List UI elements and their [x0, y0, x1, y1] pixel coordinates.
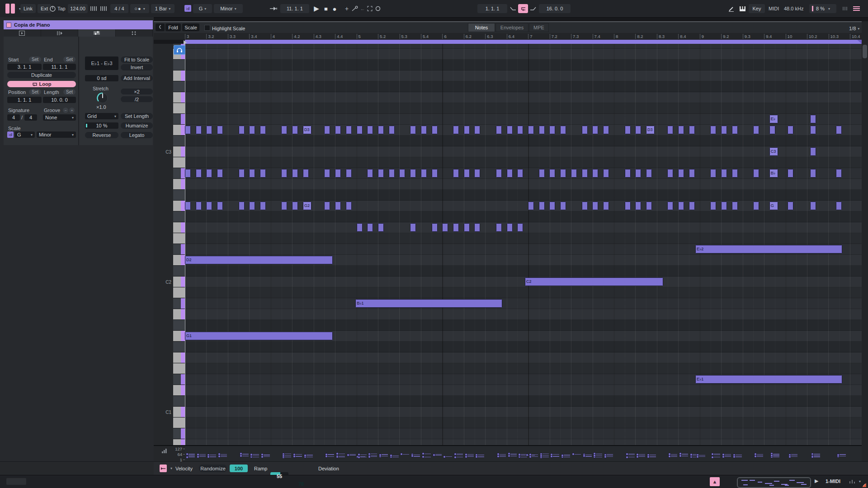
groove-select[interactable]: None▾ — [43, 114, 76, 121]
piano-key[interactable] — [173, 92, 185, 103]
piano-key[interactable] — [173, 363, 185, 374]
midi-note[interactable] — [249, 202, 255, 210]
clip-start-field[interactable]: 3. 1. 1 — [7, 64, 42, 70]
midi-note[interactable] — [732, 126, 738, 134]
midi-note[interactable] — [335, 169, 341, 178]
preview-play-icon[interactable]: ▶ — [815, 478, 818, 484]
midi-note[interactable] — [217, 202, 223, 210]
midi-note[interactable] — [474, 223, 480, 232]
insert-marker-triangle[interactable] — [184, 40, 187, 45]
midi-note[interactable] — [217, 126, 223, 134]
piano-key[interactable] — [173, 179, 185, 190]
midi-note[interactable] — [324, 169, 330, 178]
piano-key[interactable] — [173, 81, 185, 92]
loop-end-marker[interactable] — [857, 40, 862, 44]
lane-selector-icon[interactable] — [160, 465, 167, 472]
midi-note[interactable] — [582, 202, 588, 210]
clip-root-select[interactable]: G▾ — [15, 131, 35, 138]
midi-note[interactable] — [239, 126, 245, 134]
punch-out-icon[interactable] — [529, 4, 537, 13]
loop-button[interactable]: Loop — [7, 81, 76, 87]
ramp-end-field[interactable]: 78 — [291, 480, 311, 488]
midi-note[interactable] — [592, 126, 598, 134]
midi-note[interactable] — [410, 126, 416, 134]
piano-key[interactable] — [173, 190, 185, 201]
signature-numerator-field[interactable]: 4 — [7, 114, 20, 121]
piano-key[interactable] — [173, 385, 185, 396]
legato-button[interactable]: Legato — [121, 132, 153, 138]
midi-note[interactable] — [732, 169, 738, 178]
midi-note[interactable] — [560, 126, 566, 134]
session-record-icon[interactable] — [374, 4, 382, 13]
midi-note[interactable] — [206, 126, 212, 134]
piano-key[interactable] — [173, 439, 185, 445]
set-position-button[interactable]: Set — [29, 89, 41, 95]
midi-note[interactable] — [710, 202, 716, 210]
midi-note[interactable]: E♭2 — [695, 245, 842, 253]
scrollbar-handle[interactable] — [863, 45, 867, 58]
midi-note[interactable] — [249, 169, 255, 178]
follow-icon[interactable] — [269, 4, 278, 13]
midi-note[interactable] — [539, 169, 545, 178]
capture-midi-icon[interactable] — [366, 4, 373, 13]
midi-note[interactable] — [410, 169, 416, 178]
piano-key[interactable] — [173, 70, 185, 81]
midi-note[interactable] — [625, 169, 631, 178]
automation-arm-icon[interactable] — [351, 4, 359, 13]
midi-note[interactable] — [507, 223, 513, 232]
midi-note[interactable] — [528, 126, 534, 134]
midi-note[interactable] — [464, 169, 470, 178]
midi-note[interactable] — [206, 202, 212, 210]
set-start-button[interactable]: Set — [29, 56, 41, 62]
midi-note[interactable] — [281, 126, 287, 134]
duplicate-button[interactable]: Duplicate — [7, 72, 76, 78]
midi-note[interactable] — [324, 126, 330, 134]
lane-menu-caret-icon[interactable]: ▾ — [170, 465, 172, 472]
piano-key[interactable] — [173, 233, 185, 244]
apply-groove-icon[interactable]: + — [69, 108, 75, 113]
midi-note[interactable] — [507, 126, 513, 134]
grid-resolution-indicator[interactable]: 1/8▾ — [849, 24, 859, 33]
piano-key[interactable] — [173, 418, 185, 428]
midi-note[interactable] — [635, 202, 641, 210]
midi-note[interactable] — [260, 202, 266, 210]
piano-key[interactable] — [173, 342, 185, 352]
midi-note[interactable]: G1 — [185, 332, 333, 340]
midi-note[interactable] — [635, 169, 641, 178]
piano-key[interactable] — [173, 103, 185, 114]
velocity-lane[interactable] — [185, 445, 862, 461]
piano-key[interactable] — [173, 298, 185, 309]
clip-scale-select[interactable]: Minor▾ — [37, 131, 76, 138]
midi-note[interactable] — [496, 126, 502, 134]
midi-note[interactable] — [281, 169, 287, 178]
midi-note[interactable] — [667, 126, 673, 134]
loop-length-field[interactable]: 10. 0. 0 — [43, 97, 76, 103]
midi-note[interactable] — [496, 169, 502, 178]
midi-note[interactable]: G2 — [303, 202, 311, 210]
midi-note[interactable] — [260, 126, 266, 134]
clip-title-bar[interactable]: Copia de Piano — [4, 20, 153, 29]
midi-note[interactable] — [549, 126, 555, 134]
nudge-up-icon[interactable] — [99, 4, 108, 13]
preview-headphone-button[interactable] — [174, 45, 185, 55]
humanize-amount-field[interactable]: 10 % — [85, 122, 118, 129]
midi-note[interactable] — [292, 202, 298, 210]
midi-note[interactable] — [571, 169, 577, 178]
midi-note[interactable] — [625, 202, 631, 210]
midi-note[interactable] — [689, 202, 695, 210]
grid-mode-select[interactable]: Grid▾ — [85, 113, 118, 119]
midi-note[interactable] — [689, 169, 695, 178]
tab-clip-launch[interactable] — [4, 29, 41, 37]
link-button[interactable]: Link — [20, 4, 36, 13]
midi-note[interactable] — [324, 202, 330, 210]
meter-caret-icon[interactable]: ▾ — [859, 479, 861, 483]
fit-to-scale-button[interactable]: Fit to Scale — [121, 56, 153, 63]
midi-note[interactable]: D2 — [185, 256, 333, 264]
midi-note[interactable] — [303, 169, 309, 178]
midi-note[interactable] — [646, 202, 652, 210]
midi-note[interactable] — [678, 202, 684, 210]
midi-note[interactable] — [410, 223, 416, 232]
app-logo[interactable] — [11, 4, 15, 14]
midi-note[interactable] — [432, 169, 438, 178]
beat-time-ruler[interactable]: 33.23.33.444.24.34.455.25.35.466.26.36.4… — [154, 33, 868, 40]
